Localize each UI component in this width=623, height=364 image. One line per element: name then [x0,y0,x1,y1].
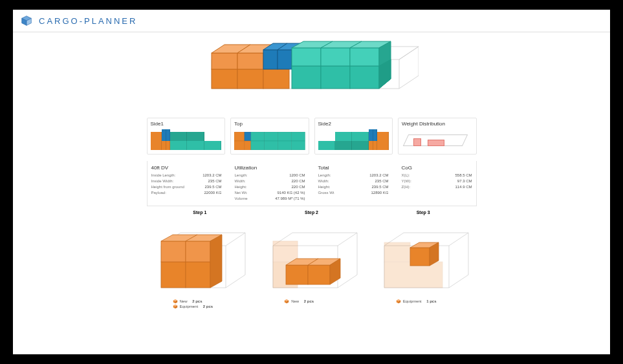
svg-marker-43 [210,235,222,288]
stat-title: Utilization [235,165,305,171]
view-title: Weight Distribution [402,121,473,127]
view-title: Side1 [151,121,222,127]
svg-rect-4 [237,69,263,89]
legend-line: Equipment 2 pcs [173,304,254,309]
svg-rect-16 [350,66,379,89]
steps-row: Step 1 [147,210,477,309]
svg-rect-5 [263,69,289,89]
stat-cog: CoG X(L):558.5 CM Y(W):97.3 CM Z(H):114.… [398,164,476,203]
stat-title: Total [318,165,389,171]
stat-total: Total Length:1203.2 CM Width:235 CM Heig… [314,164,393,203]
box-icon [173,299,178,304]
app-frame: CARGO-PLANNER [13,10,610,354]
top-diagram [234,132,305,151]
svg-rect-37 [161,262,186,288]
stat-title: CoG [402,165,472,171]
svg-rect-39 [161,241,186,262]
step-legend: New 2 pcs [258,299,365,304]
svg-rect-32 [292,132,305,141]
svg-rect-17 [292,48,321,66]
svg-rect-52 [286,265,308,284]
box-icon [396,299,401,304]
side1-diagram [151,132,222,150]
step-3d-1 [147,217,254,297]
svg-rect-26 [245,132,251,141]
main-3d-view[interactable] [205,40,419,111]
side2-diagram [318,132,389,150]
svg-rect-29 [251,132,265,141]
brand-name: CARGO-PLANNER [39,16,137,26]
step-card-2[interactable]: Step 2 [258,210,365,309]
svg-rect-15 [321,66,350,89]
view-title: Top [234,121,305,127]
step-title: Step 2 [258,210,365,215]
box-icon [173,304,178,309]
stats-row: 40ft DV Inside Length:1203.2 CM Inside W… [147,161,477,206]
svg-rect-10 [263,50,278,69]
view-side1[interactable]: Side1 [147,118,226,155]
view-side2[interactable]: Side2 [314,118,393,155]
svg-rect-38 [186,262,210,288]
stat-title: 40ft DV [151,165,222,171]
svg-rect-11 [278,50,292,69]
svg-rect-40 [186,241,210,262]
svg-rect-61 [384,242,410,262]
stat-container: 40ft DV Inside Length:1203.2 CM Inside W… [148,164,226,203]
step-title: Step 1 [147,210,254,215]
svg-rect-33 [251,141,265,150]
step-card-3[interactable]: Step 3 [370,210,477,309]
view-title: Side2 [318,121,389,127]
content-area: Side1 Top [13,32,610,317]
svg-rect-51 [273,241,298,262]
logo-box-icon [19,14,34,28]
wd-diagram [402,132,473,150]
svg-rect-53 [308,265,330,284]
svg-rect-34 [265,141,278,150]
view-weight-distribution[interactable]: Weight Distribution [398,118,477,155]
view-top[interactable]: Top [230,118,309,155]
svg-rect-25 [234,132,245,141]
svg-rect-7 [237,53,263,69]
svg-rect-30 [265,132,278,141]
svg-rect-62 [410,248,430,266]
step-card-1[interactable]: Step 1 [147,210,254,309]
step-legend: New 2 pcs Equipment 2 pcs [147,299,254,309]
svg-rect-19 [350,48,379,66]
box-icon [284,299,289,304]
app-header: CARGO-PLANNER [13,10,610,32]
svg-rect-14 [292,66,321,89]
svg-rect-27 [234,141,245,150]
legend-line: New 2 pcs [173,299,254,304]
svg-rect-31 [278,132,292,141]
stat-utilization: Utilization Length:1200 CM Width:220 CM … [231,164,309,203]
step-title: Step 3 [370,210,477,215]
svg-rect-28 [245,141,251,150]
svg-rect-18 [321,48,350,66]
legend-line: New 2 pcs [284,299,365,304]
legend-line: Equipment 1 pcs [396,299,477,304]
step-legend: Equipment 1 pcs [370,299,477,304]
svg-rect-35 [278,141,292,150]
svg-rect-6 [212,53,237,69]
svg-rect-36 [292,141,305,150]
views-row: Side1 Top [147,118,477,155]
svg-rect-3 [212,69,237,89]
step-3d-3 [370,217,477,297]
step-3d-2 [258,217,365,297]
